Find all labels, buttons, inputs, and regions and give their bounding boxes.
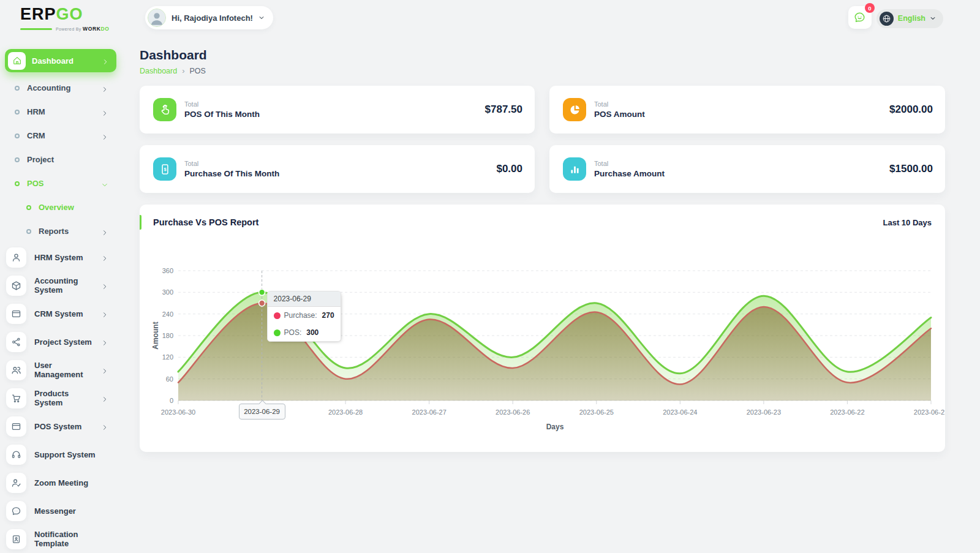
- pie-icon: [563, 98, 586, 121]
- sidebar-item-accounting[interactable]: Accounting: [0, 76, 121, 100]
- sidebar-item-support-system[interactable]: Support System: [0, 440, 121, 468]
- sidebar-item-project[interactable]: Project: [0, 148, 121, 171]
- bullet-icon: [15, 157, 20, 162]
- chart-range-label: Last 10 Days: [883, 218, 932, 227]
- chevron-right-icon: [102, 57, 109, 64]
- sidebar-item-pos-system[interactable]: POS System: [0, 412, 121, 440]
- chevron-right-icon: [101, 108, 108, 116]
- svg-text:2023-06-24: 2023-06-24: [663, 408, 697, 416]
- stat-label: Total: [184, 160, 496, 167]
- stat-card-pos-amount: Total POS Amount $2000.00: [549, 86, 945, 134]
- users-icon: [6, 360, 26, 380]
- svg-text:2023-06-27: 2023-06-27: [412, 408, 447, 416]
- sidebar-item-zoom-meeting[interactable]: Zoom Meeting: [0, 468, 121, 497]
- browser-icon: [6, 304, 26, 324]
- chevron-right-icon: [101, 254, 108, 261]
- logo-underline: [20, 28, 52, 30]
- sidebar-item-accounting-system[interactable]: Accounting System: [0, 271, 121, 299]
- sidebar-item-overview[interactable]: Overview: [0, 195, 121, 219]
- stat-value: $0.00: [496, 163, 522, 175]
- sidebar-item-crm-system[interactable]: CRM System: [0, 299, 121, 328]
- sidebar-main-menu: Dashboard Accounting HRM CRM Project POS…: [0, 49, 121, 243]
- breadcrumb: Dashboard › POS: [140, 66, 207, 75]
- notification-badge: 0: [865, 3, 875, 13]
- chevron-right-icon: [101, 338, 108, 345]
- svg-text:300: 300: [162, 288, 173, 296]
- sidebar-item-messenger[interactable]: Messenger: [0, 497, 121, 525]
- x-crosshair-label: 2023-06-29: [239, 404, 285, 419]
- avatar: [148, 9, 166, 27]
- chevron-right-icon: [101, 366, 108, 374]
- sidebar-item-user-management[interactable]: User Management: [0, 356, 121, 384]
- svg-text:2023-06-30: 2023-06-30: [161, 408, 195, 416]
- sidebar-item-crm[interactable]: CRM: [0, 124, 121, 148]
- stat-value: $1500.00: [889, 163, 933, 175]
- share-icon: [6, 332, 26, 352]
- svg-text:360: 360: [162, 267, 173, 274]
- series-dot-icon: [274, 312, 281, 319]
- svg-text:$: $: [164, 167, 167, 172]
- bullet-icon: [15, 86, 20, 91]
- svg-text:60: 60: [166, 375, 173, 383]
- bullet-icon: [26, 229, 31, 234]
- app-logo[interactable]: ERPGO Powered By WORKDO: [20, 6, 118, 32]
- user-greeting: Hi, Rajodiya Infotech!: [172, 13, 253, 23]
- sidebar-item-products-system[interactable]: Products System: [0, 384, 121, 412]
- language-label: English: [898, 14, 925, 23]
- sidebar-item-hrm-system[interactable]: HRM System: [0, 243, 121, 271]
- stat-value: $787.50: [485, 103, 522, 116]
- svg-text:2023-06-21: 2023-06-21: [914, 408, 945, 416]
- chevron-right-icon: [101, 423, 108, 430]
- stat-value: $2000.00: [889, 103, 933, 116]
- chevron-right-icon: [101, 132, 108, 140]
- chart-area[interactable]: 3603002401801206002023-06-302023-06-2820…: [140, 257, 945, 441]
- chevron-right-icon: [101, 85, 108, 92]
- support-chat-button[interactable]: 0: [848, 6, 872, 29]
- user-menu-button[interactable]: Hi, Rajodiya Infotech!: [145, 6, 273, 29]
- tooltip-row-pos: POS:300: [268, 324, 341, 341]
- tooltip-date: 2023-06-29: [268, 292, 341, 307]
- invoice-icon: $: [153, 157, 176, 181]
- tooltip-row-purchase: Purchase:270: [268, 307, 341, 324]
- breadcrumb-current: POS: [190, 67, 206, 75]
- sidebar-systems-menu: HRM System Accounting System CRM System …: [0, 243, 121, 553]
- svg-text:2023-06-26: 2023-06-26: [496, 408, 530, 416]
- sidebar-item-reports[interactable]: Reports: [0, 219, 121, 243]
- stat-label: Total: [184, 100, 485, 108]
- svg-text:2023-06-25: 2023-06-25: [579, 408, 614, 416]
- stat-cards: Total POS Of This Month $787.50 Total PO…: [140, 86, 945, 193]
- svg-text:Days: Days: [546, 423, 564, 431]
- stat-card-purchase-amount: Total Purchase Amount $1500.00: [549, 145, 945, 193]
- sidebar-item-project-system[interactable]: Project System: [0, 328, 121, 356]
- bullet-icon: [15, 110, 20, 115]
- stat-label: Total: [594, 100, 889, 108]
- chevron-right-icon: [101, 228, 108, 235]
- svg-text:180: 180: [162, 332, 173, 339]
- globe-icon: [880, 12, 894, 26]
- package-icon: [6, 276, 26, 296]
- sidebar-item-dashboard[interactable]: Dashboard: [5, 49, 116, 72]
- bullet-icon: [15, 181, 20, 186]
- chevron-down-icon: [101, 180, 108, 187]
- page-title: Dashboard: [140, 48, 207, 62]
- sidebar-item-hrm[interactable]: HRM: [0, 100, 121, 124]
- purchase-vs-pos-report-card: Purchase Vs POS Report Last 10 Days 3603…: [140, 205, 945, 452]
- chevron-down-icon: [930, 15, 936, 21]
- chevron-right-icon: [101, 282, 108, 289]
- home-icon: [8, 52, 26, 70]
- chat-smile-icon: [853, 11, 866, 24]
- stat-title: POS Amount: [594, 110, 889, 119]
- breadcrumb-home-link[interactable]: Dashboard: [140, 67, 177, 75]
- sidebar: Dashboard Accounting HRM CRM Project POS…: [0, 49, 121, 553]
- tap-icon: [153, 98, 176, 121]
- series-dot-icon: [274, 329, 281, 336]
- svg-text:2023-06-23: 2023-06-23: [747, 408, 781, 416]
- language-selector[interactable]: English: [876, 9, 943, 28]
- sidebar-item-pos[interactable]: POS: [0, 171, 121, 195]
- svg-text:2023-06-22: 2023-06-22: [830, 408, 864, 416]
- sidebar-item-notification-template[interactable]: Notification Template: [0, 525, 121, 553]
- chat-icon: [6, 501, 26, 521]
- logo-powered-by: Powered By WORKDO: [56, 26, 109, 32]
- stat-title: POS Of This Month: [184, 110, 485, 119]
- stat-label: Total: [594, 160, 889, 167]
